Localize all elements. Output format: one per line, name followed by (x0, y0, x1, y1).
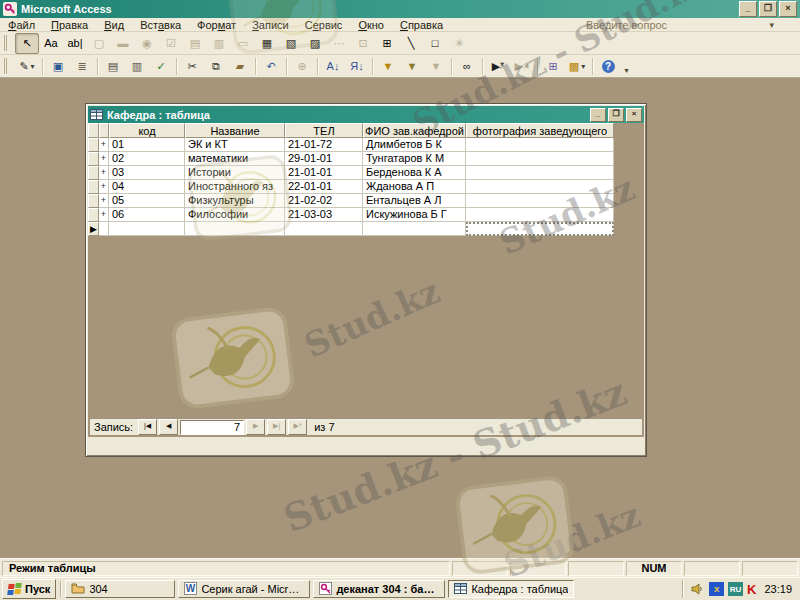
help-button[interactable]: ? (596, 56, 620, 77)
copy-button[interactable]: ⧉ (204, 56, 228, 77)
row-selector[interactable] (88, 208, 99, 222)
text-box-button[interactable]: ab| (63, 33, 87, 54)
new-object-button[interactable]: ▩▾ (565, 56, 589, 77)
table-cell[interactable]: Физкультуры (185, 194, 285, 208)
ask-a-question-box[interactable]: Введите вопрос ▾ (586, 19, 774, 31)
table-cell[interactable]: 06 (109, 208, 185, 222)
table-window-title-bar[interactable]: Кафедра : таблица _ ❐ × (88, 106, 644, 123)
table-cell[interactable]: 22-01-01 (285, 180, 363, 194)
expand-row-icon[interactable]: + (99, 166, 109, 180)
expand-row-icon[interactable]: + (99, 208, 109, 222)
spelling-button[interactable]: ✓ (149, 56, 173, 77)
menu-item-format[interactable]: Формат (189, 18, 244, 32)
expand-row-icon[interactable]: + (99, 180, 109, 194)
find-button[interactable]: ∞ (455, 56, 479, 77)
table-cell[interactable] (466, 138, 614, 152)
x-app-tray-icon[interactable]: Х (709, 582, 724, 596)
app-close-button[interactable]: × (779, 1, 797, 17)
taskbar-button-304[interactable]: 304 (65, 580, 175, 598)
filter-by-form-button[interactable]: ▼ (400, 56, 424, 77)
app-minimize-button[interactable]: _ (739, 1, 757, 17)
table-cell[interactable]: Берденова К А (363, 166, 466, 180)
row-selector[interactable] (88, 194, 99, 208)
column-header[interactable]: ТЕЛ (285, 123, 363, 138)
view-button[interactable]: ✎▾ (15, 56, 39, 77)
menu-item-help[interactable]: Справка (392, 18, 451, 32)
table-cell[interactable]: Длимбетов Б К (363, 138, 466, 152)
table-cell[interactable]: 21-03-03 (285, 208, 363, 222)
column-header[interactable]: ФИО зав.кафедрой (363, 123, 466, 138)
new-record-button[interactable]: ▶* (486, 56, 510, 77)
select-object-button[interactable]: ↖ (15, 33, 39, 54)
sort-descending-button[interactable]: Я↓ (345, 56, 369, 77)
table-cell[interactable] (285, 222, 363, 236)
menu-item-window[interactable]: Окно (350, 18, 392, 32)
taskbar-button-access-db[interactable]: деканат 304 : база д... (313, 580, 445, 598)
expand-row-icon[interactable]: + (99, 152, 109, 166)
table-cell[interactable]: Иностранного яз (185, 180, 285, 194)
toolbar-drag-handle-icon[interactable] (4, 35, 11, 51)
window-close-button[interactable]: × (626, 108, 642, 122)
table-cell[interactable]: Философии (185, 208, 285, 222)
row-selector[interactable] (88, 138, 99, 152)
bound-object-frame-button[interactable]: ▨ (303, 33, 327, 54)
previous-record-button[interactable]: ◀ (159, 419, 178, 435)
table-cell[interactable]: Искужинова Б Г (363, 208, 466, 222)
selected-cell[interactable] (466, 222, 614, 236)
label-button[interactable]: Aa (39, 33, 63, 54)
table-cell[interactable] (466, 152, 614, 166)
table-cell[interactable] (466, 208, 614, 222)
column-header[interactable]: фотография заведующего (466, 123, 614, 138)
table-cell[interactable]: 02 (109, 152, 185, 166)
dropdown-arrow-icon[interactable]: ▾ (581, 62, 585, 71)
menu-item-file[interactable]: Файл (0, 18, 43, 32)
column-header[interactable]: код (109, 123, 185, 138)
menu-item-insert[interactable]: Вставка (132, 18, 189, 32)
image-button[interactable]: ▦ (255, 33, 279, 54)
menu-item-tools[interactable]: Сервис (297, 18, 351, 32)
save-button[interactable]: ▣ (46, 56, 70, 77)
table-cell[interactable]: Тунгатаров К М (363, 152, 466, 166)
expand-row-icon[interactable]: + (99, 138, 109, 152)
filter-by-selection-button[interactable]: ▼ (376, 56, 400, 77)
menu-item-records[interactable]: Записи (244, 18, 297, 32)
unbound-object-frame-button[interactable]: ▧ (279, 33, 303, 54)
table-cell[interactable]: 05 (109, 194, 185, 208)
current-record-marker[interactable]: ▶ (88, 222, 99, 236)
table-cell[interactable]: математики (185, 152, 285, 166)
sort-ascending-button[interactable]: А↓ (321, 56, 345, 77)
line-button[interactable]: ╲ (399, 33, 423, 54)
table-cell[interactable]: 01 (109, 138, 185, 152)
print-button[interactable]: ▤ (101, 56, 125, 77)
app-restore-button[interactable]: ❐ (759, 1, 777, 17)
language-indicator[interactable]: RU (728, 582, 743, 596)
subform-button[interactable]: ⊞ (375, 33, 399, 54)
table-cell[interactable]: 03 (109, 166, 185, 180)
table-cell[interactable]: 04 (109, 180, 185, 194)
table-cell[interactable]: 29-01-01 (285, 152, 363, 166)
window-minimize-button[interactable]: _ (590, 108, 606, 122)
cut-button[interactable]: ✂ (180, 56, 204, 77)
table-cell[interactable] (185, 222, 285, 236)
table-cell[interactable] (466, 180, 614, 194)
ask-dropdown-icon[interactable]: ▾ (769, 20, 774, 30)
menu-item-view[interactable]: Вид (96, 18, 132, 32)
menu-item-edit[interactable]: Правка (43, 18, 96, 32)
toolbar-options-chevron[interactable]: ▾ (620, 56, 633, 76)
table-cell[interactable]: ЭК и КТ (185, 138, 285, 152)
taskbar-button-word[interactable]: WСерик агай - Microsoft W... (178, 580, 310, 598)
antivirus-tray-icon[interactable]: K (747, 582, 756, 597)
column-header[interactable]: Название (185, 123, 285, 138)
first-record-button[interactable]: |◀ (138, 419, 157, 435)
paste-button[interactable]: ▰ (228, 56, 252, 77)
table-cell[interactable]: Ентальцев А Л (363, 194, 466, 208)
start-button[interactable]: Пуск (2, 579, 56, 599)
table-cell[interactable] (109, 222, 185, 236)
table-cell[interactable]: 21-02-02 (285, 194, 363, 208)
volume-icon[interactable] (691, 582, 705, 596)
table-cell[interactable]: 21-01-01 (285, 166, 363, 180)
table-cell[interactable]: Истории (185, 166, 285, 180)
table-cell[interactable] (466, 166, 614, 180)
row-selector[interactable] (88, 152, 99, 166)
record-number-input[interactable] (180, 420, 244, 435)
